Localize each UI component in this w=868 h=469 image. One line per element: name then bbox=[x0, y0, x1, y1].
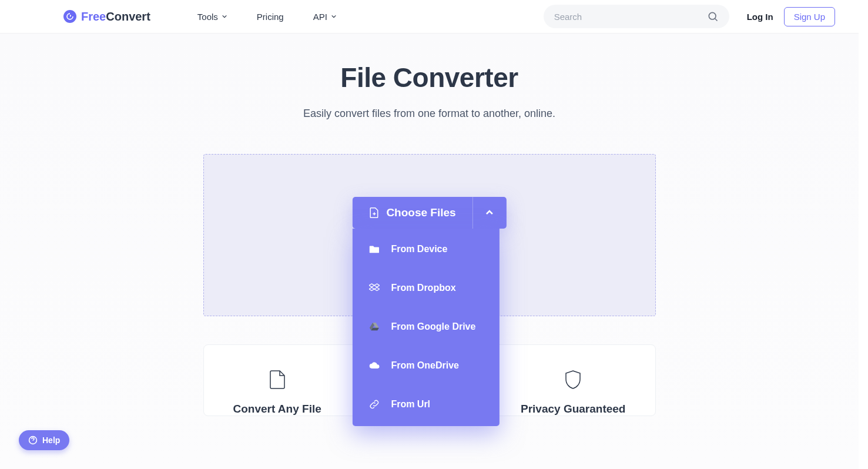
page-title: File Converter bbox=[0, 62, 859, 93]
chevron-down-icon bbox=[222, 14, 227, 19]
chevron-up-icon bbox=[485, 208, 494, 217]
choose-files-wrapper: Choose Files From Device From Dropbox bbox=[352, 197, 506, 426]
chevron-down-icon bbox=[331, 14, 337, 19]
search-box[interactable] bbox=[544, 5, 729, 28]
choose-files-button-group: Choose Files bbox=[352, 197, 506, 229]
choose-files-button[interactable]: Choose Files bbox=[352, 197, 472, 229]
login-link[interactable]: Log In bbox=[747, 12, 773, 22]
file-icon bbox=[269, 370, 286, 390]
logo[interactable]: FreeConvert bbox=[63, 10, 150, 24]
header: FreeConvert Tools Pricing API Log In Sig… bbox=[0, 0, 859, 34]
page-subtitle: Easily convert files from one format to … bbox=[0, 108, 859, 120]
signup-button[interactable]: Sign Up bbox=[784, 7, 835, 26]
logo-icon bbox=[63, 10, 76, 23]
nav-tools[interactable]: Tools bbox=[197, 12, 227, 22]
gdrive-icon bbox=[368, 322, 379, 331]
folder-icon bbox=[368, 244, 379, 254]
help-button[interactable]: Help bbox=[19, 430, 69, 450]
source-device[interactable]: From Device bbox=[352, 229, 499, 269]
nav-pricing-label: Pricing bbox=[257, 12, 284, 22]
shield-icon bbox=[564, 370, 582, 390]
main-nav: Tools Pricing API bbox=[197, 12, 337, 22]
dropbox-icon bbox=[368, 283, 379, 293]
nav-api-label: API bbox=[313, 12, 327, 22]
source-onedrive-label: From OneDrive bbox=[391, 360, 459, 371]
auth-buttons: Log In Sign Up bbox=[747, 7, 835, 26]
source-gdrive-label: From Google Drive bbox=[391, 321, 475, 332]
nav-tools-label: Tools bbox=[197, 12, 218, 22]
dropzone[interactable]: Choose Files From Device From Dropbox bbox=[203, 154, 656, 316]
nav-api[interactable]: API bbox=[313, 12, 337, 22]
feature-privacy: Privacy Guaranteed bbox=[521, 370, 625, 416]
feature-convert: Convert Any File bbox=[233, 370, 321, 416]
file-plus-icon bbox=[368, 207, 379, 219]
nav-pricing[interactable]: Pricing bbox=[257, 12, 284, 22]
link-icon bbox=[368, 400, 379, 409]
source-gdrive[interactable]: From Google Drive bbox=[352, 307, 499, 346]
svg-point-0 bbox=[709, 12, 716, 19]
help-icon bbox=[28, 436, 38, 445]
onedrive-icon bbox=[368, 361, 379, 370]
source-dropbox-label: From Dropbox bbox=[391, 283, 455, 293]
feature-convert-title: Convert Any File bbox=[233, 403, 321, 416]
main-content: File Converter Easily convert files from… bbox=[0, 34, 859, 416]
choose-files-label: Choose Files bbox=[386, 206, 455, 219]
svg-line-1 bbox=[715, 19, 717, 21]
logo-text: FreeConvert bbox=[81, 10, 150, 24]
source-onedrive[interactable]: From OneDrive bbox=[352, 346, 499, 385]
help-label: Help bbox=[42, 436, 60, 445]
search-icon bbox=[707, 11, 719, 22]
source-url[interactable]: From Url bbox=[352, 385, 499, 426]
upload-source-menu: From Device From Dropbox From Google Dri… bbox=[352, 229, 499, 426]
choose-files-toggle[interactable] bbox=[472, 197, 507, 229]
source-dropbox[interactable]: From Dropbox bbox=[352, 269, 499, 307]
source-url-label: From Url bbox=[391, 399, 430, 410]
source-device-label: From Device bbox=[391, 244, 447, 254]
feature-privacy-title: Privacy Guaranteed bbox=[521, 403, 625, 416]
search-input[interactable] bbox=[554, 12, 707, 22]
